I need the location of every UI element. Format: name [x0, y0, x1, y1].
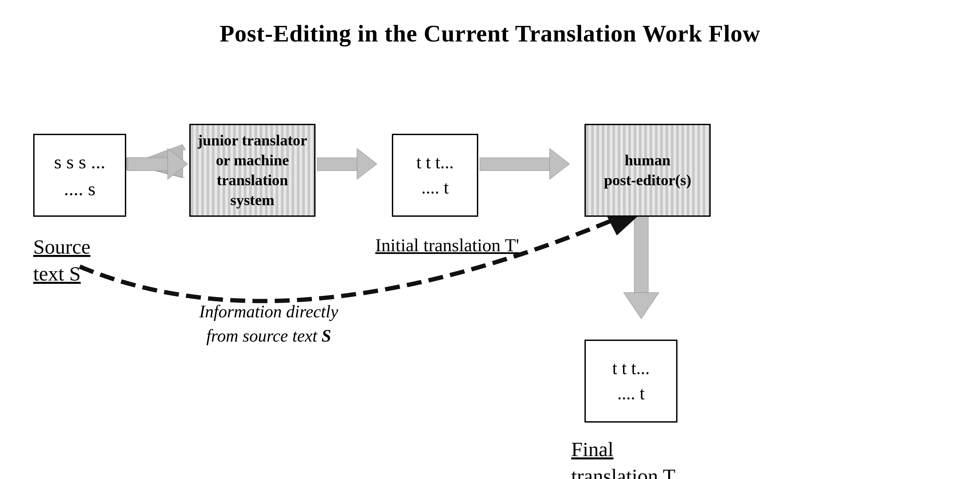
arrows-svg	[0, 67, 980, 466]
initial-line2: .... t	[417, 175, 454, 200]
label-source-line1: Source	[33, 233, 90, 260]
svg-rect-5	[317, 158, 357, 171]
diagram-container: Post-Editing in the Current Translation …	[0, 0, 980, 479]
label-final: Final translation T	[571, 436, 676, 479]
svg-marker-8	[550, 149, 570, 179]
translator-box: junior translator or machine translation…	[189, 124, 315, 217]
translator-line2: or machine translation	[197, 151, 307, 190]
flow-area: s s s ... .... s junior translator or ma…	[0, 67, 980, 466]
label-final-line2: translation T	[571, 463, 676, 479]
label-initial-line1: Initial translation T'	[375, 233, 519, 257]
source-line1: s s s ...	[54, 148, 106, 175]
editor-box: human post-editor(s)	[584, 124, 711, 217]
label-initial: Initial translation T'	[375, 233, 519, 257]
main-title: Post-Editing in the Current Translation …	[0, 0, 980, 67]
source-line2: .... s	[54, 175, 106, 202]
label-final-line1: Final	[571, 436, 676, 463]
final-line2: .... t	[612, 381, 650, 406]
info-text-line1: Information directly	[199, 300, 338, 324]
final-line1: t t t...	[612, 356, 650, 381]
source-box: s s s ... .... s	[33, 134, 126, 217]
svg-marker-0	[129, 150, 183, 178]
initial-line1: t t t...	[417, 150, 454, 175]
editor-line1: human	[604, 151, 691, 170]
label-source: Source text S	[33, 233, 90, 287]
svg-rect-1	[126, 158, 183, 170]
svg-marker-6	[357, 149, 377, 179]
svg-marker-4	[168, 149, 188, 179]
svg-marker-2	[129, 144, 186, 178]
translator-box-text: junior translator or machine translation…	[197, 130, 307, 210]
source-box-text: s s s ... .... s	[54, 148, 106, 202]
svg-rect-7	[480, 158, 550, 171]
editor-line2: post-editor(s)	[604, 170, 691, 190]
editor-box-text: human post-editor(s)	[604, 151, 691, 190]
final-box: t t t... .... t	[584, 339, 678, 423]
info-text-line2: from source text S	[199, 324, 338, 348]
initial-box-text: t t t... .... t	[417, 150, 454, 200]
translator-line1: junior translator	[197, 130, 307, 151]
label-source-line2: text S	[33, 260, 90, 287]
translator-line3: system	[197, 190, 307, 210]
svg-rect-9	[634, 207, 648, 292]
final-box-text: t t t... .... t	[612, 356, 650, 406]
initial-box: t t t... .... t	[392, 134, 478, 217]
svg-rect-3	[128, 158, 168, 171]
svg-marker-10	[624, 292, 659, 318]
info-text: Information directly from source text S	[199, 300, 338, 348]
